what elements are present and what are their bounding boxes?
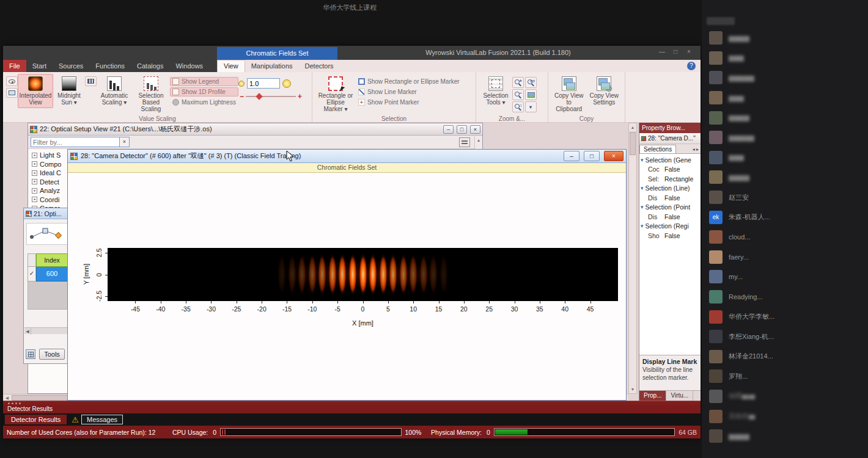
participant-row[interactable]: faery... [702,247,868,267]
interpolated-view-button[interactable]: Interpolated View [18,74,53,108]
slider-handle[interactable] [256,93,262,100]
tab-scroll-arrows-icon[interactable]: ◂ ▸ [693,147,701,153]
tools-button[interactable]: Tools [39,349,65,360]
scroll-left-icon[interactable]: ◀ [24,328,31,335]
tab-detectors[interactable]: Detectors [299,60,340,72]
view-options-button[interactable] [6,76,18,86]
help-icon[interactable]: ? [687,62,696,70]
minimize-icon[interactable]: – [564,151,579,161]
grid-view-button[interactable] [26,349,35,359]
property-section[interactable]: ▾Selection (Line) [639,184,701,194]
collapse-arrow-icon[interactable]: ▾ [641,223,644,229]
filter-input[interactable] [31,137,120,147]
property-section[interactable]: ▾Selection (Regi [639,222,701,231]
maximize-icon[interactable]: □ [584,151,600,161]
midnight-sun-button[interactable]: Midnight Sun ▾ [53,74,85,108]
collapse-arrow-icon[interactable]: ▾ [641,204,644,210]
participant-row[interactable]: ▆▆▆ [702,148,868,168]
property-section[interactable]: ▾Selection (Point [639,203,701,213]
copy-view-settings-button[interactable]: Copy View Settings [587,74,622,108]
maximize-icon[interactable]: □ [669,48,682,55]
panel-splitter[interactable] [3,401,701,405]
property-row[interactable]: DisFalse [639,193,701,203]
participant-row[interactable]: 罗翔... [702,366,868,387]
collapse-arrow-icon[interactable]: ▾ [641,185,644,191]
selection-based-scaling-button[interactable]: Selection Based Scaling [132,74,170,115]
property-row[interactable]: DisFalse [639,212,701,222]
interference-pattern-plot[interactable] [108,248,618,301]
participant-row[interactable]: 林泽金21014... [702,347,868,367]
tab-view[interactable]: View [217,60,245,72]
show-point-marker-toggle[interactable]: +Show Point Marker [356,98,465,107]
zoom-options-button[interactable]: ▾ [525,101,537,112]
tab-start[interactable]: Start [26,60,53,72]
expand-icon[interactable]: + [32,161,37,167]
participant-row[interactable]: 赵三安 [702,187,868,208]
index-cell-600[interactable]: 600 [36,267,68,282]
clear-filter-icon[interactable]: × [120,137,130,147]
scroll-left-icon[interactable]: ◀ [3,394,11,401]
close-icon[interactable]: × [682,48,696,55]
tab-detector-results[interactable]: Detector Results [5,415,67,424]
participant-row[interactable]: ▆▆▆▆ [702,28,868,48]
minimize-icon[interactable]: — [655,48,669,55]
tab-file[interactable]: File [3,60,26,72]
participant-row[interactable]: 华侨大学李敏... [702,307,868,327]
optical-setup-editor-window[interactable]: 21: Opti... Index ✓ 600 [23,208,71,364]
detector-results-caption[interactable]: Detector Results [3,405,701,413]
maximize-icon[interactable]: □ [457,125,467,134]
participant-row[interactable]: ▆▆▆ [702,48,868,68]
expand-icon[interactable]: + [32,179,37,184]
property-row[interactable]: CocFalse [639,165,701,175]
selected-document-item[interactable]: 28: "Camera D..." [639,133,701,144]
scroll-down-icon[interactable]: ▼ [629,385,636,393]
tree-options-button[interactable] [459,137,470,147]
property-browser-header[interactable]: Property Brow... [639,123,701,133]
scrollbar-thumb[interactable] [630,132,636,155]
slider-minus-icon[interactable]: − [240,92,244,101]
close-icon[interactable]: × [604,151,623,161]
zoom-in-button[interactable]: + [512,77,524,88]
tab-sources[interactable]: Sources [53,60,89,72]
scroll-up-icon[interactable]: ▲ [475,136,482,144]
detector-titlebar[interactable]: 28: "Camera Detector" (# 600) after "双缝"… [68,150,626,163]
participant-row[interactable]: ▆▆▆ [702,88,868,108]
editor-hscrollbar[interactable]: ◀ [24,327,70,334]
slider-track[interactable] [246,96,296,97]
tab-manipulations[interactable]: Manipulations [245,60,299,72]
tab-functions[interactable]: Functions [89,60,131,72]
automatic-scaling-button[interactable]: Automatic Scaling ▾ [97,74,132,108]
lightness-input[interactable] [247,78,280,89]
scaling-mini-button[interactable] [85,76,97,86]
show-1d-profile-toggle[interactable]: Show 1D Profile [170,87,238,96]
expand-icon[interactable]: + [32,153,37,158]
participant-row[interactable]: ▆▆▆▆ [702,426,868,446]
tab-property-browser[interactable]: Prop... [639,391,666,401]
property-section[interactable]: ▾Selection (Gene [639,155,701,165]
rectangle-ellipse-marker-button[interactable]: Rectangle or Ellipse Marker ▾ [315,74,356,115]
tab-catalogs[interactable]: Catalogs [131,60,169,72]
expand-icon[interactable]: + [32,170,37,176]
editor-titlebar[interactable]: 21: Opti... [24,208,70,219]
show-rectangle-marker-toggle[interactable]: Show Rectangle or Ellipse Marker [356,77,465,86]
participant-row[interactable]: Readying... [702,287,868,307]
participant-row[interactable]: 吴桂欣▆ [702,406,868,426]
zoom-region-button[interactable]: ▭ [525,77,537,88]
minimize-icon[interactable]: – [443,125,454,134]
expand-icon[interactable]: + [32,188,37,194]
close-icon[interactable]: × [470,125,480,134]
tab-selections[interactable]: Selections [639,145,676,153]
tab-virtual[interactable]: Virtu... [666,391,693,401]
app-window-controls[interactable]: —□× [655,48,696,55]
tab-messages[interactable]: Messages [81,415,123,424]
optical-setup-titlebar[interactable]: 22: Optical Setup View #21 (C:\Users\...… [28,123,482,136]
copy-view-to-clipboard-button[interactable]: Copy View to Clipboard [551,74,587,115]
maximum-lightness-toggle[interactable]: Maximum Lightness [170,98,238,107]
participant-row[interactable]: ▆▆▆▆▆ [702,68,868,88]
tab-windows[interactable]: Windows [169,60,209,72]
expand-icon[interactable]: + [32,197,37,202]
participant-row[interactable]: ▆▆▆▆ [702,167,868,187]
zoom-out-button[interactable]: − [512,89,524,100]
row-checkbox[interactable]: ✓ [28,267,36,282]
collapse-arrow-icon[interactable]: ▾ [641,157,644,163]
